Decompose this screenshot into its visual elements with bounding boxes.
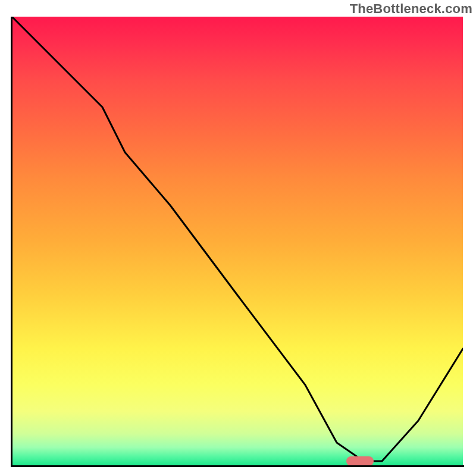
optimal-marker [346, 456, 374, 466]
x-axis [11, 465, 464, 467]
y-axis [11, 17, 12, 466]
chart-container: TheBottleneck.com [0, 0, 476, 476]
watermark-text: TheBottleneck.com [350, 1, 472, 17]
plot-area [12, 17, 463, 465]
bottleneck-curve [12, 17, 463, 465]
